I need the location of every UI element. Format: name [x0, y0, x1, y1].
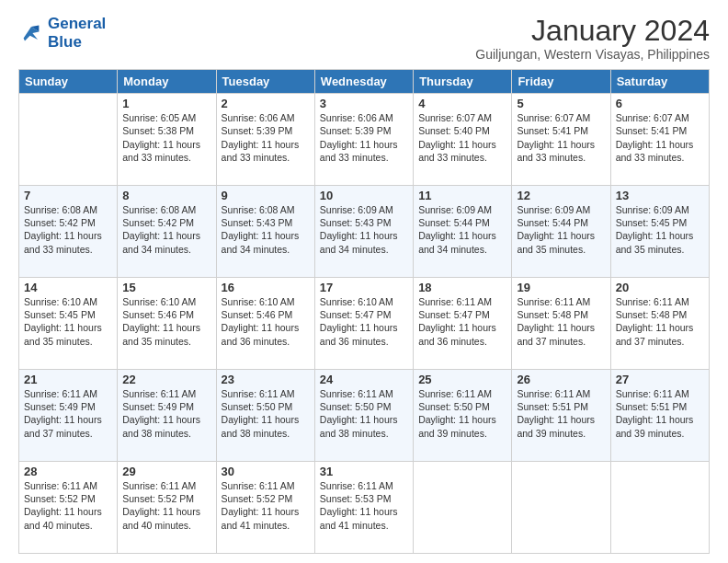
- day-number: 28: [24, 465, 112, 478]
- daylight-text: Daylight: 11 hours and 38 minutes.: [222, 413, 310, 439]
- day-number: 27: [616, 373, 704, 386]
- sunrise-text: Sunrise: 6:11 AM: [517, 387, 605, 400]
- table-cell: 12Sunrise: 6:09 AMSunset: 5:44 PMDayligh…: [512, 186, 610, 278]
- day-number: 31: [320, 465, 408, 478]
- sunrise-text: Sunrise: 6:09 AM: [418, 203, 506, 216]
- day-number: 29: [122, 465, 210, 478]
- table-cell: 22Sunrise: 6:11 AMSunset: 5:49 PMDayligh…: [118, 370, 216, 462]
- daylight-text: Daylight: 11 hours and 39 minutes.: [616, 413, 704, 439]
- day-number: 1: [122, 97, 210, 110]
- sunrise-text: Sunrise: 6:09 AM: [320, 203, 408, 216]
- daylight-text: Daylight: 11 hours and 33 minutes.: [320, 138, 408, 164]
- table-cell: 29Sunrise: 6:11 AMSunset: 5:52 PMDayligh…: [118, 462, 216, 554]
- daylight-text: Daylight: 11 hours and 33 minutes.: [24, 229, 112, 255]
- table-cell: 13Sunrise: 6:09 AMSunset: 5:45 PMDayligh…: [610, 186, 709, 278]
- sunrise-text: Sunrise: 6:10 AM: [320, 295, 408, 308]
- calendar-row: 1Sunrise: 6:05 AMSunset: 5:38 PMDaylight…: [19, 94, 710, 186]
- day-number: 15: [122, 281, 210, 294]
- table-cell: 30Sunrise: 6:11 AMSunset: 5:52 PMDayligh…: [216, 462, 314, 554]
- daylight-text: Daylight: 11 hours and 35 minutes.: [517, 229, 605, 255]
- sunrise-text: Sunrise: 6:07 AM: [418, 111, 506, 124]
- col-tuesday: Tuesday: [216, 70, 314, 94]
- col-sunday: Sunday: [19, 70, 118, 94]
- day-number: 16: [222, 281, 310, 294]
- sunrise-text: Sunrise: 6:11 AM: [517, 295, 605, 308]
- daylight-text: Daylight: 11 hours and 34 minutes.: [222, 229, 310, 255]
- table-cell: 5Sunrise: 6:07 AMSunset: 5:41 PMDaylight…: [512, 94, 610, 186]
- sunset-text: Sunset: 5:47 PM: [418, 308, 506, 321]
- sunset-text: Sunset: 5:43 PM: [222, 216, 310, 229]
- page: General Blue January 2024 Guiljungan, We…: [0, 0, 728, 563]
- calendar-row: 14Sunrise: 6:10 AMSunset: 5:45 PMDayligh…: [19, 278, 710, 370]
- table-cell: [512, 462, 610, 554]
- sunset-text: Sunset: 5:51 PM: [517, 400, 605, 413]
- day-number: 14: [24, 281, 112, 294]
- col-friday: Friday: [512, 70, 610, 94]
- sunset-text: Sunset: 5:41 PM: [517, 124, 605, 137]
- calendar-row: 21Sunrise: 6:11 AMSunset: 5:49 PMDayligh…: [19, 370, 710, 462]
- daylight-text: Daylight: 11 hours and 40 minutes.: [24, 505, 112, 531]
- daylight-text: Daylight: 11 hours and 33 minutes.: [222, 138, 310, 164]
- table-cell: 21Sunrise: 6:11 AMSunset: 5:49 PMDayligh…: [19, 370, 118, 462]
- logo-bird-icon: [18, 20, 44, 46]
- daylight-text: Daylight: 11 hours and 39 minutes.: [517, 413, 605, 439]
- sunset-text: Sunset: 5:53 PM: [320, 492, 408, 505]
- day-number: 21: [24, 373, 112, 386]
- sunset-text: Sunset: 5:45 PM: [616, 216, 704, 229]
- table-cell: [610, 462, 709, 554]
- sunrise-text: Sunrise: 6:11 AM: [320, 479, 408, 492]
- daylight-text: Daylight: 11 hours and 34 minutes.: [320, 229, 408, 255]
- col-monday: Monday: [118, 70, 216, 94]
- col-saturday: Saturday: [610, 70, 709, 94]
- sunrise-text: Sunrise: 6:11 AM: [122, 479, 210, 492]
- table-cell: 28Sunrise: 6:11 AMSunset: 5:52 PMDayligh…: [19, 462, 118, 554]
- sunset-text: Sunset: 5:47 PM: [320, 308, 408, 321]
- sunset-text: Sunset: 5:50 PM: [222, 400, 310, 413]
- table-cell: 20Sunrise: 6:11 AMSunset: 5:48 PMDayligh…: [610, 278, 709, 370]
- table-cell: 1Sunrise: 6:05 AMSunset: 5:38 PMDaylight…: [118, 94, 216, 186]
- table-cell: 27Sunrise: 6:11 AMSunset: 5:51 PMDayligh…: [610, 370, 709, 462]
- sunset-text: Sunset: 5:52 PM: [122, 492, 210, 505]
- daylight-text: Daylight: 11 hours and 35 minutes.: [122, 321, 210, 347]
- day-number: 22: [122, 373, 210, 386]
- sunrise-text: Sunrise: 6:10 AM: [24, 295, 112, 308]
- sunrise-text: Sunrise: 6:11 AM: [418, 387, 506, 400]
- table-cell: 9Sunrise: 6:08 AMSunset: 5:43 PMDaylight…: [216, 186, 314, 278]
- table-cell: 15Sunrise: 6:10 AMSunset: 5:46 PMDayligh…: [118, 278, 216, 370]
- sunset-text: Sunset: 5:52 PM: [24, 492, 112, 505]
- day-number: 2: [222, 97, 310, 110]
- calendar-row: 28Sunrise: 6:11 AMSunset: 5:52 PMDayligh…: [19, 462, 710, 554]
- day-number: 23: [222, 373, 310, 386]
- table-cell: 31Sunrise: 6:11 AMSunset: 5:53 PMDayligh…: [314, 462, 413, 554]
- daylight-text: Daylight: 11 hours and 36 minutes.: [222, 321, 310, 347]
- logo: General Blue: [18, 15, 106, 51]
- sunset-text: Sunset: 5:40 PM: [418, 124, 506, 137]
- sunrise-text: Sunrise: 6:08 AM: [222, 203, 310, 216]
- sunset-text: Sunset: 5:44 PM: [517, 216, 605, 229]
- table-cell: 23Sunrise: 6:11 AMSunset: 5:50 PMDayligh…: [216, 370, 314, 462]
- sunrise-text: Sunrise: 6:11 AM: [24, 387, 112, 400]
- daylight-text: Daylight: 11 hours and 37 minutes.: [517, 321, 605, 347]
- daylight-text: Daylight: 11 hours and 36 minutes.: [418, 321, 506, 347]
- sunset-text: Sunset: 5:50 PM: [418, 400, 506, 413]
- sunset-text: Sunset: 5:43 PM: [320, 216, 408, 229]
- sunset-text: Sunset: 5:44 PM: [418, 216, 506, 229]
- sunrise-text: Sunrise: 6:11 AM: [122, 387, 210, 400]
- sunrise-text: Sunrise: 6:07 AM: [616, 111, 704, 124]
- sunset-text: Sunset: 5:39 PM: [320, 124, 408, 137]
- table-cell: 11Sunrise: 6:09 AMSunset: 5:44 PMDayligh…: [414, 186, 512, 278]
- table-cell: 16Sunrise: 6:10 AMSunset: 5:46 PMDayligh…: [216, 278, 314, 370]
- header: General Blue January 2024 Guiljungan, We…: [18, 15, 710, 62]
- day-number: 13: [616, 189, 704, 202]
- sunset-text: Sunset: 5:50 PM: [320, 400, 408, 413]
- sunrise-text: Sunrise: 6:09 AM: [517, 203, 605, 216]
- sunrise-text: Sunrise: 6:05 AM: [122, 111, 210, 124]
- sunset-text: Sunset: 5:46 PM: [122, 308, 210, 321]
- table-cell: 2Sunrise: 6:06 AMSunset: 5:39 PMDaylight…: [216, 94, 314, 186]
- day-number: 8: [122, 189, 210, 202]
- daylight-text: Daylight: 11 hours and 33 minutes.: [418, 138, 506, 164]
- sunset-text: Sunset: 5:52 PM: [222, 492, 310, 505]
- col-wednesday: Wednesday: [314, 70, 413, 94]
- sunset-text: Sunset: 5:49 PM: [24, 400, 112, 413]
- day-number: 19: [517, 281, 605, 294]
